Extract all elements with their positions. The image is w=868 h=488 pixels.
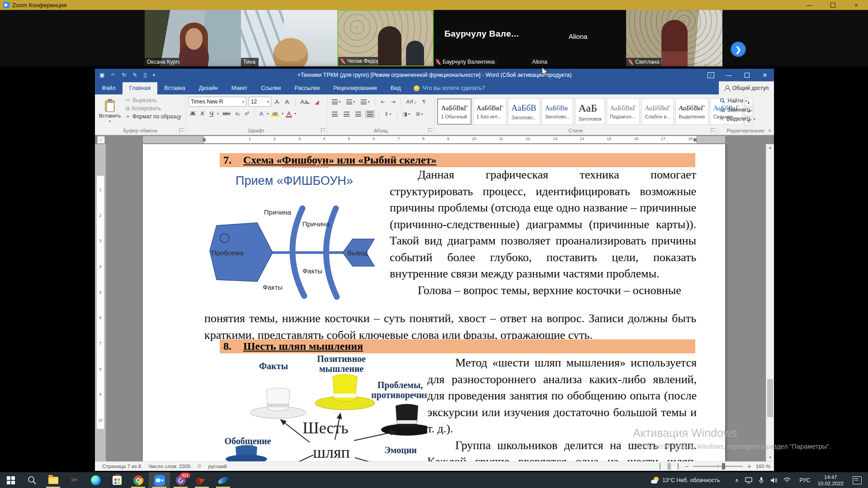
tab-selector-icon[interactable]: ⌐ [97,136,105,144]
start-button[interactable] [0,472,21,488]
redo-icon[interactable]: ↻ [122,72,126,78]
clipboard-dialog-launcher[interactable]: ↘ [179,128,184,133]
zoom-percentage[interactable]: 160 % [755,464,770,469]
microsoft-store-button[interactable] [106,472,127,488]
align-right-button[interactable] [354,110,363,118]
font-size-box[interactable]: 12▾ [249,97,271,107]
read-mode-button[interactable] [658,463,662,470]
language-indicator[interactable]: русский [208,464,226,469]
fishbone-diagram[interactable]: Прием «ФИШБОУН» Проблема Причина Причина… [199,169,389,304]
style-heading1[interactable]: АаБбВЗаголово... [508,99,540,125]
collapse-ribbon-button[interactable]: ∧ [768,128,771,133]
tray-expand-chevron-icon[interactable]: ∧ [735,477,739,483]
participant-tile[interactable]: Aliona Aliona [530,10,626,66]
shading-button[interactable]: ◨▾ [401,110,412,118]
font-color-button[interactable]: А [286,110,292,117]
style-no-spacing[interactable]: АаБбВвГ1 Без инт... [473,99,506,125]
select-button[interactable]: ⇱Выделить▾ [720,116,755,122]
proofing-icon[interactable]: ⌹ [198,464,201,469]
style-heading2[interactable]: АаБбВвЗаголово... [542,99,573,125]
tab-view[interactable]: Вид [384,82,408,94]
decrease-indent-button[interactable]: ⇤ [379,98,387,106]
subscript-button[interactable]: x₂ [234,110,241,117]
participant-tile[interactable]: Баурчулу Вале... Баурчулу Валентина [434,10,530,66]
document-page[interactable]: 7. Схема «Фишбоун» или «Рыбий скелет» Пр… [143,144,725,461]
align-center-button[interactable] [342,110,351,118]
tab-review[interactable]: Рецензирование [326,82,384,94]
sort-button[interactable]: АЯ↓ [405,98,419,106]
style-subtitle[interactable]: АаБбВвГПодзагол... [607,99,640,125]
word-restore-button[interactable] [738,69,756,81]
taskbar-search-button[interactable] [21,472,42,488]
tab-home[interactable]: Главная [123,82,158,94]
bold-button[interactable]: Ж [189,109,197,117]
italic-button[interactable]: К [199,109,206,117]
style-normal[interactable]: АаБбВвГ1 Обычный [437,99,471,125]
scrollbar-thumb[interactable] [767,379,773,417]
web-layout-button[interactable] [676,463,680,470]
word-minimize-button[interactable]: — [720,69,738,81]
customize-qat-icon[interactable]: ▾ [153,73,155,77]
clear-formatting-button[interactable]: ◢ [313,98,321,106]
change-case-button[interactable]: Аа▾ [299,98,311,106]
grow-font-button[interactable]: Аˆ [274,98,281,106]
style-subtle-emphasis[interactable]: АаБбВвГСлабое в... [642,99,674,125]
save-icon[interactable]: ▣ [99,72,104,78]
zoom-out-button[interactable]: − [685,463,689,470]
edge-button[interactable] [85,472,106,488]
copy-button[interactable]: ⧉Копировать [126,105,181,112]
bullets-button[interactable]: ▾ [330,98,342,106]
style-emphasis[interactable]: АаБбВвГВыделение [675,99,708,125]
replace-button[interactable]: ab̲Заменить [720,107,755,113]
tab-design[interactable]: Дизайн [192,82,225,94]
screenshot-tool-button[interactable]: ✂ [64,472,85,488]
weather-widget[interactable]: 13°C Неб. облачность [651,477,720,484]
print-layout-button[interactable] [667,463,671,470]
word-count[interactable]: Число слов: 2305 [148,464,190,469]
viber-button[interactable]: 421 [170,472,191,488]
superscript-button[interactable]: x² [244,110,250,117]
language-switcher[interactable]: РУС [799,477,810,483]
undo-icon[interactable]: ↶ [111,72,115,78]
paragraph-dialog-launcher[interactable]: ↘ [428,128,433,133]
increase-indent-button[interactable]: ⇥ [389,98,397,106]
vertical-ruler[interactable]: 12345678910 [95,144,106,461]
zoom-minimize-button[interactable]: — [797,0,821,10]
tab-insert[interactable]: Вставка [157,82,192,94]
six-hats-diagram[interactable]: Факты Позитивное мышление Проблемы, прот… [201,354,427,461]
participant-tile[interactable]: Оксана Куртева [145,10,241,66]
tab-layout[interactable]: Макет [225,82,254,94]
zoom-maximize-button[interactable] [821,0,844,10]
zoom-slider-thumb[interactable] [722,463,725,469]
format-painter-button[interactable]: ✦Формат по образцу [126,113,181,120]
action-center-icon[interactable] [853,476,862,484]
font-name-box[interactable]: Times New R▾ [189,97,246,107]
display-icon[interactable] [745,477,752,483]
tab-references[interactable]: Ссылки [254,82,288,94]
paste-button[interactable]: Вставить ▾ [98,96,122,127]
zoom-in-button[interactable]: + [747,463,751,470]
cut-button[interactable]: ✂Вырезать [126,97,181,103]
vertical-scrollbar[interactable]: ▲ ▼ [766,144,774,461]
zoom-slider[interactable] [693,466,743,467]
touch-mode-icon[interactable]: ✎ [132,72,137,78]
justify-button[interactable] [365,110,375,118]
new-document-icon[interactable]: ▯ [144,72,147,78]
swoosh-app-button[interactable] [212,472,234,488]
underline-button[interactable]: Ч [208,110,215,117]
file-explorer-button[interactable] [42,472,64,488]
find-button[interactable]: Найти▾ [720,98,755,104]
tab-file[interactable]: Файл [95,82,123,94]
horizontal-ruler[interactable]: 123456789101112131415161718 [143,136,725,143]
scroll-up-icon[interactable]: ▲ [766,144,774,151]
taskbar-clock[interactable]: 14:47 10.02.2022 [817,474,844,487]
line-spacing-button[interactable]: ⇕▾ [382,110,393,118]
gallery-next-page-button[interactable]: ❯ [731,42,745,56]
page-indicator[interactable]: Страница 7 из 8 [102,464,141,469]
participant-tile[interactable]: Тина [241,10,337,66]
numbering-button[interactable]: ▾ [344,98,357,106]
strikethrough-button[interactable]: abc [221,110,232,117]
multilevel-list-button[interactable]: ▾ [359,98,371,106]
chrome-button[interactable] [127,472,149,488]
styles-dialog-launcher[interactable]: ↘ [711,128,715,133]
